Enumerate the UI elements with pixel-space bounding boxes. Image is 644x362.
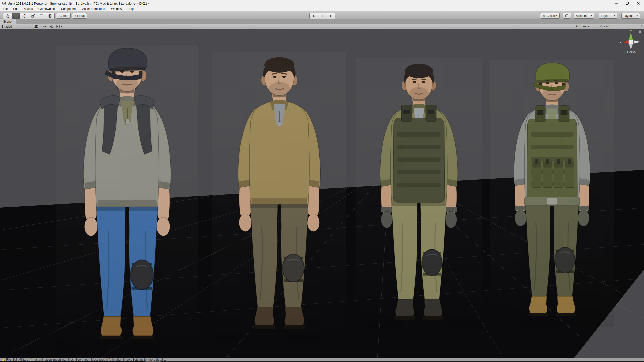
rect-tool-button[interactable] — [37, 13, 46, 19]
persp-label: Persp — [627, 50, 636, 54]
search-icon — [600, 25, 603, 28]
move-tool-icon — [14, 14, 18, 18]
rotation-label: Local — [77, 14, 85, 18]
menu-window[interactable]: Window — [108, 7, 125, 11]
gizmo-down-axis-cone[interactable] — [629, 44, 633, 49]
layers-dropdown-arrow: ▾ — [614, 15, 615, 17]
window-title: Unity 2018.4.21f1 Personal - Survivalist… — [8, 2, 149, 5]
cloud-icon — [565, 14, 569, 17]
menu-help[interactable]: Help — [125, 7, 136, 11]
draw-mode-dropdown[interactable]: Shaded▾ — [0, 25, 31, 29]
gizmo-x-axis-cone[interactable] — [622, 40, 629, 44]
effects-dropdown-arrow: ▾ — [61, 25, 62, 28]
pivot-toggle-button[interactable]: Center — [56, 13, 71, 19]
scene-viewport[interactable] — [0, 29, 644, 358]
character-model-survivalist-gray-sweater-jeans[interactable] — [56, 45, 198, 351]
move-tool-button[interactable] — [12, 13, 20, 19]
account-label: Account — [576, 14, 587, 18]
gizmo-x-label: x — [620, 41, 622, 44]
menu-assets[interactable]: Assets — [21, 7, 36, 11]
hand-tool-icon — [5, 14, 10, 18]
draw-mode-label: Shaded — [2, 25, 12, 28]
play-icon — [312, 14, 316, 18]
gizmo-y-label: y — [630, 29, 632, 32]
effects-icon — [56, 25, 60, 28]
restore-button[interactable] — [622, 0, 633, 7]
rotate-tool-button[interactable] — [20, 13, 29, 19]
layout-label: Layout — [624, 14, 633, 18]
audio-icon — [50, 25, 53, 28]
scene-effects-button[interactable]: ▾ — [55, 25, 64, 29]
play-button[interactable] — [310, 13, 318, 19]
2d-label: 2D — [34, 25, 38, 28]
hand-tool-button[interactable] — [3, 13, 12, 19]
menu-component[interactable]: Component — [58, 7, 79, 11]
transform-tool-button[interactable] — [46, 13, 54, 19]
layout-dropdown[interactable]: Layout▾ — [621, 13, 640, 19]
gizmo-lock-icon[interactable] — [638, 29, 642, 33]
warning-icon — [1, 358, 5, 361]
scale-tool-button[interactable] — [29, 13, 37, 19]
gizmos-dropdown[interactable]: Gizmos▾ — [576, 24, 589, 28]
scene-toolbar: Shaded▾ 2D ▾ — [0, 24, 644, 29]
tab-scene[interactable]: Scene — [0, 19, 16, 24]
toolbar-divider — [41, 25, 41, 28]
gizmo-z-axis-cone[interactable] — [634, 40, 640, 44]
pause-button[interactable] — [318, 13, 327, 19]
gizmo-y-axis-cone[interactable] — [629, 33, 633, 40]
layout-dropdown-arrow: ▾ — [636, 15, 638, 17]
status-bar[interactable]: File 'SM_Military_4' has animation impor… — [0, 358, 644, 361]
transform-tool-group — [3, 13, 55, 19]
menu-bar: File Edit Assets GameObject Component As… — [0, 7, 644, 11]
character-model-survivalist-tan-sweater[interactable] — [212, 52, 346, 340]
close-button[interactable] — [633, 0, 644, 7]
minimize-icon — [615, 2, 618, 5]
scene-tab-bar: Scene — [0, 19, 644, 24]
play-controls-group — [309, 13, 335, 19]
unity-logo-icon — [2, 1, 6, 5]
toolbar-divider — [32, 25, 32, 28]
2d-toggle-button[interactable]: 2D — [33, 25, 40, 29]
menu-gameobject[interactable]: GameObject — [36, 7, 58, 11]
perspective-toggle[interactable]: Persp — [624, 50, 636, 54]
lighting-icon — [43, 25, 47, 28]
step-icon — [329, 14, 333, 18]
title-bar: Unity 2018.4.21f1 Personal - Survivalist… — [0, 0, 644, 7]
rotation-toggle-button[interactable]: Local — [72, 13, 87, 19]
collab-label: Collab — [546, 14, 555, 18]
search-filter-arrow: ▾ — [604, 25, 605, 28]
restore-icon — [626, 2, 629, 5]
minimize-button[interactable] — [611, 0, 622, 7]
rect-tool-icon — [39, 14, 44, 18]
draw-mode-arrow: ▾ — [28, 25, 30, 28]
step-button[interactable] — [327, 13, 335, 19]
persp-arrow-icon — [624, 51, 626, 53]
scene-search[interactable]: ▾ — [599, 25, 642, 28]
gizmos-dropdown-arrow: ▾ — [588, 25, 589, 28]
menu-asset-store-tools[interactable]: Asset Store Tools — [79, 7, 108, 11]
collab-dropdown-arrow: ▾ — [556, 15, 557, 17]
scene-tab-label: Scene — [3, 20, 12, 23]
transform-tool-icon — [48, 14, 52, 18]
collab-button[interactable]: Collab▾ — [540, 13, 560, 19]
scene-lighting-button[interactable] — [42, 25, 48, 29]
pause-icon — [321, 14, 324, 18]
character-model-military-olive-sweater-vest[interactable] — [356, 58, 482, 330]
layers-dropdown[interactable]: Layers▾ — [599, 13, 617, 19]
character-model-military-cap-plate-carrier[interactable] — [490, 60, 614, 327]
gizmos-label: Gizmos — [576, 25, 586, 28]
gizmo-center-cube[interactable] — [629, 40, 633, 44]
status-message: File 'SM_Military_4' has animation impor… — [6, 358, 166, 361]
menu-edit[interactable]: Edit — [10, 7, 21, 11]
pivot-label: Center — [59, 14, 68, 18]
account-dropdown-arrow: ▾ — [591, 15, 592, 17]
scene-audio-button[interactable] — [48, 25, 55, 29]
scene-search-input[interactable] — [606, 25, 637, 28]
cloud-button[interactable] — [563, 13, 571, 19]
collab-icon — [542, 14, 545, 18]
scale-tool-icon — [31, 14, 35, 18]
account-dropdown[interactable]: Account▾ — [574, 13, 594, 19]
menu-file[interactable]: File — [0, 7, 10, 11]
rotation-icon — [74, 14, 76, 17]
rotate-tool-icon — [22, 14, 27, 18]
